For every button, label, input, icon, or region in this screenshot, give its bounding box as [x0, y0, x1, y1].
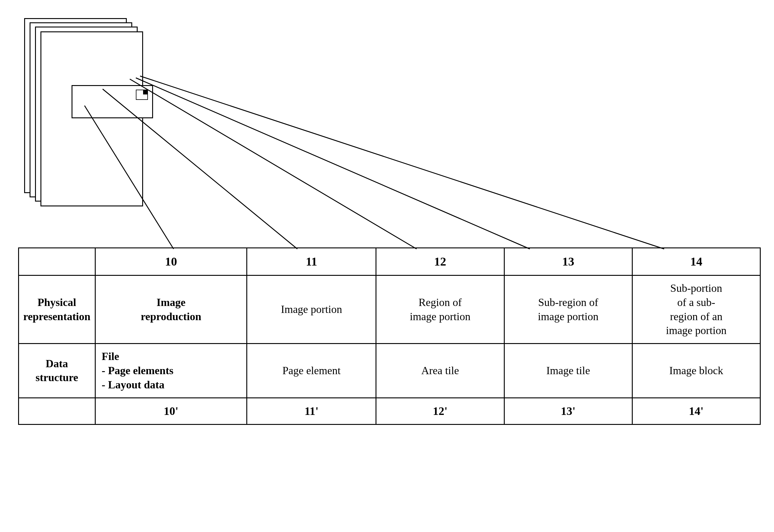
cell-file: File- Page elements- Layout data [95, 344, 247, 398]
bottom-11prime: 11' [247, 398, 376, 424]
main-table: 10 11 12 13 14 Physicalrepresentation Im… [18, 247, 761, 425]
bottom-12prime: 12' [376, 398, 504, 424]
cell-region: Region ofimage portion [376, 276, 504, 344]
bottom-empty [19, 398, 95, 424]
bottom-13prime: 13' [504, 398, 632, 424]
col-header-12: 12 [376, 248, 504, 276]
page-container: 10 11 12 13 14 Physicalrepresentation Im… [0, 0, 774, 532]
cell-file-text: File- Page elements- Layout data [102, 350, 174, 391]
bottom-14prime: 14' [632, 398, 760, 424]
cell-page-element: Page element [247, 344, 376, 398]
cell-image-reproduction: Imagereproduction [95, 276, 247, 344]
col-header-13: 13 [504, 248, 632, 276]
bottom-10prime: 10' [95, 398, 247, 424]
cell-image-block: Image block [632, 344, 760, 398]
cell-image-tile: Image tile [504, 344, 632, 398]
col-header-14: 14 [632, 248, 760, 276]
cell-subportion: Sub-portionof a sub-region of animage po… [632, 276, 760, 344]
header-row: 10 11 12 13 14 [19, 248, 760, 276]
table-row-bottom: 10' 11' 12' 13' 14' [19, 398, 760, 424]
page-front [40, 31, 143, 206]
cell-image-portion: Image portion [247, 276, 376, 344]
col-header-11: 11 [247, 248, 376, 276]
header-empty [19, 248, 95, 276]
table-row-physical: Physicalrepresentation Imagereproduction… [19, 276, 760, 344]
pages-stack [24, 18, 151, 223]
image-portion-rect [72, 85, 153, 118]
row-label-data: Data structure [19, 344, 95, 398]
pixel-marker [143, 90, 147, 94]
col-header-10: 10 [95, 248, 247, 276]
cell-subregion: Sub-region ofimage portion [504, 276, 632, 344]
small-rect [136, 90, 148, 100]
diagram-area [18, 12, 531, 241]
row-label-physical: Physicalrepresentation [19, 276, 95, 344]
cell-area-tile: Area tile [376, 344, 504, 398]
table-row-data: Data structure File- Page elements- Layo… [19, 344, 760, 398]
main-table-wrapper: 10 11 12 13 14 Physicalrepresentation Im… [18, 247, 761, 425]
